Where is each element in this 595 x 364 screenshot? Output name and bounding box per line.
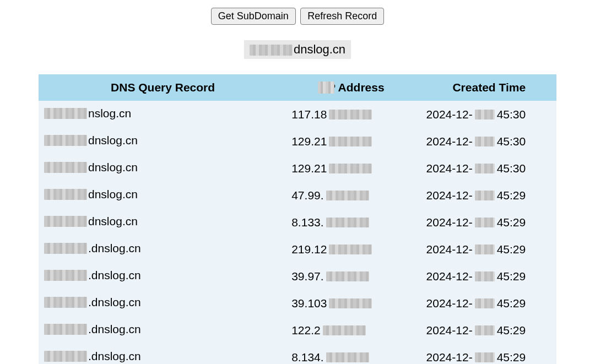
time-middle-masked (475, 298, 495, 308)
time-prefix-text: 2024-12- (426, 270, 473, 283)
time-middle-masked (475, 110, 495, 119)
refresh-record-button[interactable]: Refresh Record (300, 8, 384, 25)
records-table: DNS Query Record IP Address Created Time… (39, 74, 556, 364)
cell-ip: 47.99. (287, 182, 421, 209)
dns-prefix-masked (44, 135, 87, 146)
time-suffix-text: 45:29 (497, 297, 526, 310)
dns-prefix-masked (44, 243, 87, 254)
cell-time: 2024-12-45:29 (422, 290, 556, 317)
get-subdomain-button[interactable]: Get SubDomain (211, 8, 296, 25)
table-row: .dnslog.cn122.22024-12-45:29 (39, 317, 556, 344)
cell-ip: 122.2 (287, 317, 421, 344)
time-suffix-text: 45:29 (497, 243, 526, 256)
cell-time: 2024-12-45:29 (422, 263, 556, 290)
time-middle-masked (475, 191, 495, 200)
time-middle-masked (475, 245, 495, 254)
dns-suffix-text: .dnslog.cn (88, 323, 141, 336)
cell-dns-query: dnslog.cn (39, 155, 287, 182)
records-table-wrap: DNS Query Record IP Address Created Time… (39, 74, 556, 364)
ip-suffix-masked (326, 191, 369, 200)
ip-prefix-text: 117.18 (291, 108, 327, 121)
table-row: nslog.cn117.182024-12-45:30 (39, 101, 556, 128)
dns-prefix-masked (44, 189, 87, 200)
table-row: .dnslog.cn8.134.2024-12-45:29 (39, 344, 556, 364)
table-row: dnslog.cn47.99.2024-12-45:29 (39, 182, 556, 209)
dns-suffix-text: dnslog.cn (88, 161, 138, 174)
cell-ip: 39.103 (287, 290, 421, 317)
cell-dns-query: .dnslog.cn (39, 344, 287, 364)
time-prefix-text: 2024-12- (426, 108, 473, 121)
dns-suffix-text: .dnslog.cn (88, 350, 141, 363)
ip-suffix-masked (326, 352, 369, 362)
cell-ip: 129.21 (287, 128, 421, 155)
ip-suffix-masked (323, 325, 366, 335)
time-suffix-text: 45:29 (497, 351, 526, 364)
time-middle-masked (475, 137, 495, 146)
time-middle-masked (475, 325, 495, 335)
table-row: dnslog.cn129.212024-12-45:30 (39, 155, 556, 182)
cell-time: 2024-12-45:30 (422, 155, 556, 182)
dns-suffix-text: .dnslog.cn (88, 296, 141, 309)
dns-prefix-masked (44, 297, 87, 308)
cell-ip: 8.133. (287, 209, 421, 236)
dns-suffix-text: nslog.cn (88, 107, 131, 120)
ip-prefix-text: 129.21 (291, 162, 327, 175)
cell-dns-query: dnslog.cn (39, 209, 287, 236)
cell-ip: 39.97. (287, 263, 421, 290)
time-middle-masked (475, 352, 495, 362)
ip-suffix-masked (329, 110, 372, 119)
cell-time: 2024-12-45:30 (422, 101, 556, 128)
dns-prefix-masked (44, 324, 87, 335)
time-suffix-text: 45:29 (497, 216, 526, 229)
time-prefix-text: 2024-12- (426, 297, 473, 310)
table-row: dnslog.cn8.133.2024-12-45:29 (39, 209, 556, 236)
cell-ip: 219.12 (287, 236, 421, 263)
dns-suffix-text: .dnslog.cn (88, 269, 141, 282)
cell-dns-query: .dnslog.cn (39, 290, 287, 317)
cell-dns-query: .dnslog.cn (39, 317, 287, 344)
ip-prefix-text: 8.134. (291, 351, 323, 364)
ip-suffix-masked (329, 298, 372, 308)
cell-time: 2024-12-45:30 (422, 128, 556, 155)
ip-prefix-text: 129.21 (291, 135, 327, 148)
time-suffix-text: 45:29 (497, 324, 526, 337)
subdomain-suffix: dnslog.cn (294, 42, 345, 56)
table-row: dnslog.cn129.212024-12-45:30 (39, 128, 556, 155)
ip-prefix-text: 122.2 (291, 324, 321, 337)
time-middle-masked (475, 271, 495, 281)
time-prefix-text: 2024-12- (426, 162, 473, 175)
cell-ip: 129.21 (287, 155, 421, 182)
ip-prefix-text: 219.12 (291, 243, 327, 256)
subdomain-prefix-masked (250, 45, 293, 56)
cell-dns-query: dnslog.cn (39, 128, 287, 155)
dns-prefix-masked (44, 351, 87, 362)
dns-suffix-text: dnslog.cn (88, 215, 138, 228)
cell-dns-query: .dnslog.cn (39, 263, 287, 290)
ip-suffix-masked (329, 137, 372, 146)
ip-suffix-masked (326, 218, 369, 227)
col-created-time: Created Time (422, 74, 556, 101)
cell-time: 2024-12-45:29 (422, 344, 556, 364)
time-middle-masked (475, 164, 495, 173)
cell-time: 2024-12-45:29 (422, 317, 556, 344)
cell-time: 2024-12-45:29 (422, 182, 556, 209)
time-prefix-text: 2024-12- (426, 351, 473, 364)
dns-prefix-masked (44, 162, 87, 173)
ip-suffix-masked (326, 271, 369, 281)
dns-suffix-text: dnslog.cn (88, 134, 138, 147)
table-row: .dnslog.cn219.122024-12-45:29 (39, 236, 556, 263)
time-prefix-text: 2024-12- (426, 135, 473, 148)
cell-time: 2024-12-45:29 (422, 209, 556, 236)
cell-ip: 8.134. (287, 344, 421, 364)
cell-dns-query: dnslog.cn (39, 182, 287, 209)
table-row: .dnslog.cn39.1032024-12-45:29 (39, 290, 556, 317)
cell-dns-query: .dnslog.cn (39, 236, 287, 263)
time-prefix-text: 2024-12- (426, 216, 473, 229)
time-suffix-text: 45:30 (497, 108, 526, 121)
time-middle-masked (475, 218, 495, 227)
dns-prefix-masked (44, 108, 87, 119)
time-suffix-text: 45:30 (497, 162, 526, 175)
dns-suffix-text: .dnslog.cn (88, 242, 141, 255)
time-prefix-text: 2024-12- (426, 189, 473, 202)
dns-prefix-masked (44, 216, 87, 227)
